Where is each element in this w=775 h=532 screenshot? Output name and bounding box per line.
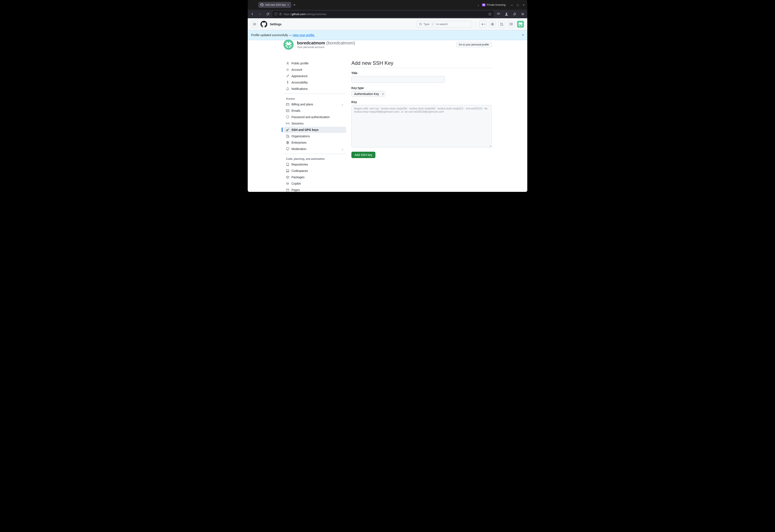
main-content: Add new SSH Key Title Key type Authentic… <box>351 60 492 192</box>
new-tab-button[interactable]: + <box>291 3 297 7</box>
user-avatar[interactable] <box>517 21 524 28</box>
shield-icon[interactable] <box>274 13 277 15</box>
gear-icon <box>286 68 289 71</box>
keytype-label: Key type <box>351 86 492 90</box>
add-ssh-key-button[interactable]: Add SSH key <box>351 152 375 158</box>
pull-requests-button[interactable] <box>499 21 505 28</box>
notifications-button[interactable] <box>508 21 515 28</box>
flash-close-icon[interactable]: × <box>522 33 524 37</box>
sidebar-item-notifications[interactable]: Notifications <box>283 86 346 92</box>
sidebar-item-organizations[interactable]: Organizations <box>283 133 346 139</box>
sidebar-item-public-profile[interactable]: Public profile <box>283 60 346 66</box>
sidebar-heading-access: Access <box>283 96 346 101</box>
svg-point-13 <box>501 25 501 25</box>
paintbrush-icon <box>286 74 289 78</box>
sidebar-item-packages[interactable]: Packages <box>283 174 346 180</box>
maximize-button[interactable]: □ <box>516 3 519 7</box>
sidebar-item-codespaces[interactable]: Codespaces <box>283 168 346 174</box>
svg-rect-8 <box>253 25 256 25</box>
reload-button[interactable] <box>265 11 271 17</box>
app-menu-icon[interactable] <box>520 11 526 17</box>
svg-point-11 <box>492 24 493 25</box>
report-icon <box>286 147 289 151</box>
chevron-down-icon: ⌄ <box>341 147 344 151</box>
svg-rect-44 <box>286 148 289 149</box>
browser-titlebar: Add new SSH key × + ⌄ Private browsing ―… <box>248 0 527 10</box>
lock-icon[interactable] <box>279 13 282 15</box>
sidebar-item-moderation[interactable]: Moderation⌄ <box>283 146 346 152</box>
forward-button[interactable] <box>257 11 263 17</box>
sidebar-item-pages[interactable]: Pages <box>283 187 346 192</box>
svg-point-48 <box>287 183 287 184</box>
svg-rect-32 <box>287 46 288 48</box>
svg-rect-31 <box>290 45 291 46</box>
svg-rect-29 <box>287 44 290 45</box>
svg-rect-0 <box>279 14 281 15</box>
browser-tab[interactable]: Add new SSH key × <box>258 2 291 8</box>
svg-rect-42 <box>288 136 289 137</box>
svg-rect-24 <box>521 25 522 26</box>
svg-point-12 <box>501 23 501 23</box>
flash-link[interactable]: view your profile. <box>292 33 315 37</box>
browser-navbar: https://github.com/settings/ssh/new <box>248 10 527 18</box>
svg-rect-23 <box>519 25 520 26</box>
broadcast-icon <box>286 122 289 125</box>
bookmark-star-icon[interactable] <box>488 12 492 16</box>
svg-rect-22 <box>522 25 523 25</box>
svg-rect-38 <box>286 110 289 112</box>
sidebar-item-emails[interactable]: Emails <box>283 107 346 114</box>
private-browsing-label: Private browsing <box>487 3 506 6</box>
tab-close-icon[interactable]: × <box>287 3 289 7</box>
svg-rect-26 <box>287 42 288 43</box>
sidebar-item-copilot[interactable]: Copilot <box>283 180 346 187</box>
package-icon <box>286 175 289 179</box>
extensions-icon[interactable] <box>512 11 518 17</box>
sidebar-item-billing[interactable]: Billing and plans⌄ <box>283 101 346 107</box>
person-icon <box>286 62 289 65</box>
codespaces-icon <box>286 169 289 172</box>
sidebar-item-sessions[interactable]: Sessions <box>283 120 346 127</box>
private-mask-icon <box>482 3 486 6</box>
nav-menu-button[interactable] <box>251 21 258 28</box>
back-button[interactable] <box>249 11 255 17</box>
svg-rect-6 <box>253 23 256 24</box>
sidebar-item-account[interactable]: Account <box>283 66 346 73</box>
organization-icon <box>286 134 289 138</box>
pocket-icon[interactable] <box>496 11 501 17</box>
sidebar-item-repositories[interactable]: Repositories <box>283 161 346 168</box>
tabs-dropdown-icon[interactable]: ⌄ <box>477 3 480 6</box>
credit-card-icon <box>286 103 289 106</box>
search-input[interactable]: Type / to search <box>417 21 472 28</box>
create-new-button[interactable]: ▾ <box>479 21 487 28</box>
github-logo-icon[interactable] <box>260 21 267 28</box>
sidebar-item-ssh-keys[interactable]: SSH and GPG keys <box>283 127 346 133</box>
svg-point-9 <box>420 23 422 25</box>
svg-rect-46 <box>286 171 289 172</box>
svg-rect-19 <box>518 23 523 24</box>
dropdown-caret-icon: ▾ <box>484 23 486 25</box>
minimize-button[interactable]: ― <box>510 3 513 7</box>
shield-lock-icon <box>286 115 289 119</box>
key-label: Key <box>351 100 492 104</box>
github-favicon-icon <box>260 3 263 6</box>
sidebar-item-password[interactable]: Password and authentication <box>283 114 346 120</box>
flash-banner: Profile updated successfully — view your… <box>248 30 527 40</box>
svg-rect-50 <box>286 189 289 191</box>
title-input[interactable] <box>351 76 445 83</box>
issues-button[interactable] <box>489 21 496 28</box>
svg-rect-28 <box>285 43 291 44</box>
svg-rect-30 <box>285 45 287 46</box>
key-textarea[interactable] <box>351 105 492 147</box>
account-icon[interactable] <box>504 11 510 17</box>
chevron-down-icon: ⌄ <box>341 103 344 106</box>
close-window-button[interactable]: × <box>522 3 525 7</box>
profile-name: boredcatmom (boredcatmom) <box>297 41 355 45</box>
header-title[interactable]: Settings <box>270 23 281 26</box>
sidebar-item-accessibility[interactable]: Accessibility <box>283 79 346 86</box>
address-bar[interactable]: https://github.com/settings/ssh/new <box>272 11 494 17</box>
sidebar-item-appearance[interactable]: Appearance <box>283 73 346 79</box>
go-to-profile-button[interactable]: Go to your personal profile <box>456 42 492 47</box>
keytype-select[interactable]: Authentication Key <box>351 91 385 97</box>
sidebar-item-enterprises[interactable]: Enterprises <box>283 139 346 146</box>
repo-icon <box>286 163 289 166</box>
